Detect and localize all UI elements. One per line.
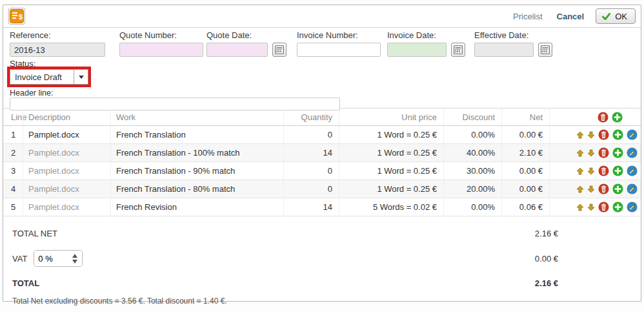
quote-date-calendar-button[interactable] <box>272 43 287 57</box>
delete-row-button[interactable] <box>598 202 609 213</box>
invoice-date-input[interactable] <box>387 43 447 57</box>
table-row: 4 Pamplet.docx French Translation - 80% … <box>3 180 641 198</box>
arrow-up-icon <box>576 203 584 211</box>
arrow-up-icon <box>576 167 584 175</box>
pricelist-link[interactable]: Pricelist <box>513 12 543 21</box>
add-row-button[interactable] <box>612 202 623 213</box>
invoice-icon <box>10 9 24 23</box>
total-net-value: 2.16 € <box>535 229 558 238</box>
row-unit-price: 1 Word = 0.25 € <box>339 126 443 143</box>
delete-row-button[interactable] <box>598 147 609 158</box>
plus-icon <box>612 165 623 176</box>
arrow-up-icon <box>576 131 584 139</box>
invoice-number-input[interactable] <box>297 43 381 57</box>
vat-input[interactable] <box>34 251 68 266</box>
move-down-button[interactable] <box>587 185 595 193</box>
arrow-down-icon <box>587 167 595 175</box>
status-dropdown-arrow[interactable] <box>74 70 88 84</box>
invoice-date-field-group: Invoice Date: <box>387 30 465 57</box>
edit-row-button[interactable] <box>627 147 638 158</box>
header-line-input[interactable] <box>10 98 340 110</box>
quote-date-field-group: Quote Date: <box>206 30 287 57</box>
row-unit-price: 1 Word = 0.25 € <box>339 144 443 161</box>
calendar-icon <box>539 44 551 56</box>
move-down-button[interactable] <box>587 149 595 157</box>
arrow-down-icon <box>587 149 595 157</box>
plus-icon <box>612 183 623 194</box>
move-up-button[interactable] <box>576 131 584 139</box>
edit-pencil-icon <box>627 202 638 213</box>
row-discount: 40.00% <box>443 144 501 161</box>
ok-button[interactable]: OK <box>596 8 636 24</box>
row-actions <box>549 198 641 216</box>
row-description: Pamplet.docx <box>23 180 110 198</box>
delete-row-button[interactable] <box>598 165 609 176</box>
move-down-button[interactable] <box>587 167 595 175</box>
quote-number-input[interactable] <box>119 43 203 57</box>
effective-date-input[interactable] <box>474 43 534 57</box>
calendar-icon <box>452 44 464 56</box>
move-up-button[interactable] <box>576 185 584 193</box>
header-work: Work <box>110 109 283 125</box>
arrow-up-icon <box>576 185 584 193</box>
row-line: 4 <box>3 180 23 198</box>
edit-pencil-icon <box>627 183 638 194</box>
add-row-button[interactable] <box>612 165 623 176</box>
invoice-icon-button[interactable] <box>8 8 25 25</box>
add-line-button[interactable] <box>612 112 623 123</box>
total-net-label: TOTAL NET <box>12 229 535 238</box>
plus-icon <box>612 129 623 140</box>
row-net: 0.00 € <box>501 180 549 198</box>
vat-stepper[interactable] <box>68 251 82 266</box>
row-line: 1 <box>3 126 23 143</box>
row-net: 0.00 € <box>501 126 549 143</box>
row-work: French Translation <box>110 126 283 143</box>
total-row: TOTAL 2.16 € <box>3 273 641 294</box>
add-row-button[interactable] <box>612 183 623 194</box>
move-up-button[interactable] <box>576 167 584 175</box>
header-actions <box>549 109 641 125</box>
quote-date-input[interactable] <box>206 43 268 57</box>
row-quantity: 14 <box>283 198 339 216</box>
arrow-down-icon <box>587 131 595 139</box>
edit-pencil-icon <box>627 165 638 176</box>
vat-amount: 0.00 € <box>535 254 558 264</box>
chevron-down-icon <box>79 76 84 79</box>
row-discount: 20.00% <box>443 180 501 198</box>
status-selected-value: Invoice Draft <box>10 70 74 84</box>
stepper-down-icon[interactable] <box>72 260 77 264</box>
cancel-link[interactable]: Cancel <box>557 12 585 21</box>
move-down-button[interactable] <box>587 131 595 139</box>
invoice-date-calendar-button[interactable] <box>451 43 465 57</box>
add-row-button[interactable] <box>612 147 623 158</box>
edit-row-button[interactable] <box>627 202 638 213</box>
invoice-editor-panel: Pricelist Cancel OK Reference: Quote Num… <box>3 5 641 302</box>
status-select[interactable]: Invoice Draft <box>10 69 88 85</box>
delete-row-button[interactable] <box>598 183 609 194</box>
edit-row-button[interactable] <box>627 165 638 176</box>
move-down-button[interactable] <box>587 203 595 211</box>
arrow-up-icon <box>576 149 584 157</box>
arrow-down-icon <box>587 203 595 211</box>
header-discount: Discount <box>443 109 501 125</box>
reference-input[interactable] <box>10 43 105 57</box>
edit-row-button[interactable] <box>627 183 638 194</box>
delete-row-button[interactable] <box>598 129 609 140</box>
row-quantity: 0 <box>283 126 339 143</box>
table-row: 3 Pamplet.docx French Translation - 90% … <box>3 162 641 180</box>
delete-all-button[interactable] <box>598 112 609 123</box>
quote-number-field-group: Quote Number: <box>119 30 203 57</box>
edit-row-button[interactable] <box>627 129 638 140</box>
add-row-button[interactable] <box>612 129 623 140</box>
invoice-date-label: Invoice Date: <box>387 30 465 40</box>
effective-date-label: Effective Date: <box>474 30 552 40</box>
row-discount: 0.00% <box>443 198 501 216</box>
move-up-button[interactable] <box>576 149 584 157</box>
row-description: Pamplet.docx <box>23 144 110 161</box>
effective-date-calendar-button[interactable] <box>538 43 552 57</box>
stepper-up-icon[interactable] <box>72 254 77 258</box>
move-up-button[interactable] <box>576 203 584 211</box>
table-row: 2 Pamplet.docx French Translation - 100%… <box>3 144 641 162</box>
reference-field-group: Reference: <box>10 30 105 57</box>
total-value: 2.16 € <box>535 278 558 288</box>
